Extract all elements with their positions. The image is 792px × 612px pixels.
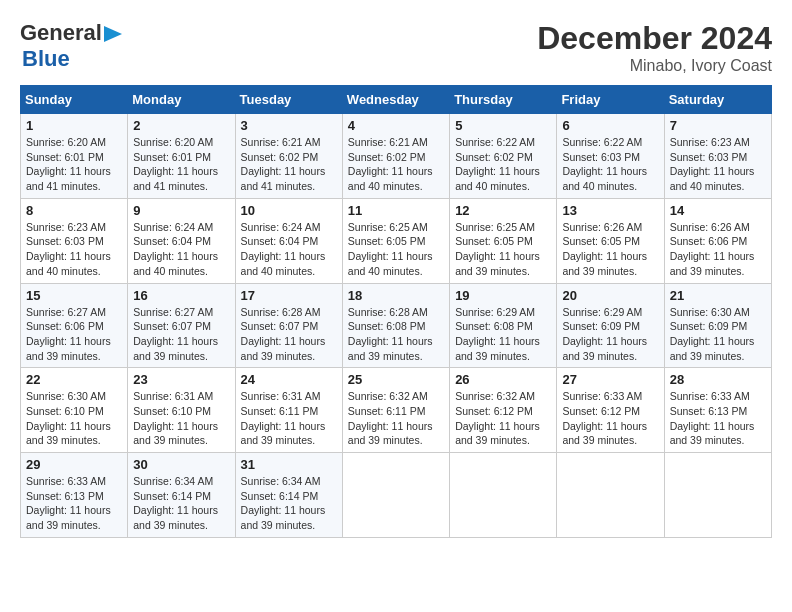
day-number: 28: [670, 372, 766, 387]
day-number: 16: [133, 288, 229, 303]
calendar-cell: 24 Sunrise: 6:31 AMSunset: 6:11 PMDaylig…: [235, 368, 342, 453]
calendar-cell: 25 Sunrise: 6:32 AMSunset: 6:11 PMDaylig…: [342, 368, 449, 453]
logo-blue: Blue: [22, 46, 70, 71]
cell-info: Sunrise: 6:32 AMSunset: 6:12 PMDaylight:…: [455, 390, 540, 446]
cell-info: Sunrise: 6:33 AMSunset: 6:13 PMDaylight:…: [26, 475, 111, 531]
cell-info: Sunrise: 6:28 AMSunset: 6:07 PMDaylight:…: [241, 306, 326, 362]
cell-info: Sunrise: 6:27 AMSunset: 6:06 PMDaylight:…: [26, 306, 111, 362]
cell-info: Sunrise: 6:21 AMSunset: 6:02 PMDaylight:…: [241, 136, 326, 192]
cell-info: Sunrise: 6:28 AMSunset: 6:08 PMDaylight:…: [348, 306, 433, 362]
calendar-cell: [342, 453, 449, 538]
weekday-header-sunday: Sunday: [21, 86, 128, 114]
cell-info: Sunrise: 6:30 AMSunset: 6:09 PMDaylight:…: [670, 306, 755, 362]
day-number: 23: [133, 372, 229, 387]
cell-info: Sunrise: 6:20 AMSunset: 6:01 PMDaylight:…: [26, 136, 111, 192]
day-number: 14: [670, 203, 766, 218]
cell-info: Sunrise: 6:25 AMSunset: 6:05 PMDaylight:…: [455, 221, 540, 277]
day-number: 7: [670, 118, 766, 133]
day-number: 4: [348, 118, 444, 133]
day-number: 6: [562, 118, 658, 133]
cell-info: Sunrise: 6:24 AMSunset: 6:04 PMDaylight:…: [133, 221, 218, 277]
calendar-cell: 5 Sunrise: 6:22 AMSunset: 6:02 PMDayligh…: [450, 114, 557, 199]
day-number: 17: [241, 288, 337, 303]
weekday-header-thursday: Thursday: [450, 86, 557, 114]
cell-info: Sunrise: 6:21 AMSunset: 6:02 PMDaylight:…: [348, 136, 433, 192]
day-number: 19: [455, 288, 551, 303]
calendar-cell: [664, 453, 771, 538]
calendar-cell: 20 Sunrise: 6:29 AMSunset: 6:09 PMDaylig…: [557, 283, 664, 368]
cell-info: Sunrise: 6:32 AMSunset: 6:11 PMDaylight:…: [348, 390, 433, 446]
day-number: 18: [348, 288, 444, 303]
calendar-cell: 3 Sunrise: 6:21 AMSunset: 6:02 PMDayligh…: [235, 114, 342, 199]
calendar-cell: 4 Sunrise: 6:21 AMSunset: 6:02 PMDayligh…: [342, 114, 449, 199]
cell-info: Sunrise: 6:29 AMSunset: 6:09 PMDaylight:…: [562, 306, 647, 362]
day-number: 11: [348, 203, 444, 218]
title-block: December 2024 Minabo, Ivory Coast: [537, 20, 772, 75]
day-number: 10: [241, 203, 337, 218]
day-number: 24: [241, 372, 337, 387]
logo: General Blue: [20, 20, 122, 72]
calendar-cell: 13 Sunrise: 6:26 AMSunset: 6:05 PMDaylig…: [557, 198, 664, 283]
calendar-cell: 12 Sunrise: 6:25 AMSunset: 6:05 PMDaylig…: [450, 198, 557, 283]
calendar-cell: 30 Sunrise: 6:34 AMSunset: 6:14 PMDaylig…: [128, 453, 235, 538]
calendar-cell: 6 Sunrise: 6:22 AMSunset: 6:03 PMDayligh…: [557, 114, 664, 199]
day-number: 30: [133, 457, 229, 472]
calendar-cell: 29 Sunrise: 6:33 AMSunset: 6:13 PMDaylig…: [21, 453, 128, 538]
day-number: 20: [562, 288, 658, 303]
cell-info: Sunrise: 6:33 AMSunset: 6:13 PMDaylight:…: [670, 390, 755, 446]
cell-info: Sunrise: 6:26 AMSunset: 6:06 PMDaylight:…: [670, 221, 755, 277]
logo-general: General: [20, 20, 102, 46]
calendar-cell: 23 Sunrise: 6:31 AMSunset: 6:10 PMDaylig…: [128, 368, 235, 453]
cell-info: Sunrise: 6:23 AMSunset: 6:03 PMDaylight:…: [670, 136, 755, 192]
weekday-header-monday: Monday: [128, 86, 235, 114]
calendar-cell: 31 Sunrise: 6:34 AMSunset: 6:14 PMDaylig…: [235, 453, 342, 538]
calendar-cell: 18 Sunrise: 6:28 AMSunset: 6:08 PMDaylig…: [342, 283, 449, 368]
cell-info: Sunrise: 6:33 AMSunset: 6:12 PMDaylight:…: [562, 390, 647, 446]
day-number: 12: [455, 203, 551, 218]
cell-info: Sunrise: 6:22 AMSunset: 6:02 PMDaylight:…: [455, 136, 540, 192]
calendar-cell: 28 Sunrise: 6:33 AMSunset: 6:13 PMDaylig…: [664, 368, 771, 453]
cell-info: Sunrise: 6:20 AMSunset: 6:01 PMDaylight:…: [133, 136, 218, 192]
day-number: 29: [26, 457, 122, 472]
calendar-cell: 22 Sunrise: 6:30 AMSunset: 6:10 PMDaylig…: [21, 368, 128, 453]
day-number: 25: [348, 372, 444, 387]
cell-info: Sunrise: 6:22 AMSunset: 6:03 PMDaylight:…: [562, 136, 647, 192]
calendar-cell: 11 Sunrise: 6:25 AMSunset: 6:05 PMDaylig…: [342, 198, 449, 283]
day-number: 5: [455, 118, 551, 133]
day-number: 3: [241, 118, 337, 133]
cell-info: Sunrise: 6:23 AMSunset: 6:03 PMDaylight:…: [26, 221, 111, 277]
cell-info: Sunrise: 6:29 AMSunset: 6:08 PMDaylight:…: [455, 306, 540, 362]
calendar-cell: 7 Sunrise: 6:23 AMSunset: 6:03 PMDayligh…: [664, 114, 771, 199]
calendar-cell: 15 Sunrise: 6:27 AMSunset: 6:06 PMDaylig…: [21, 283, 128, 368]
cell-info: Sunrise: 6:31 AMSunset: 6:11 PMDaylight:…: [241, 390, 326, 446]
calendar-cell: 27 Sunrise: 6:33 AMSunset: 6:12 PMDaylig…: [557, 368, 664, 453]
calendar-cell: 9 Sunrise: 6:24 AMSunset: 6:04 PMDayligh…: [128, 198, 235, 283]
page-title: December 2024: [537, 20, 772, 57]
day-number: 15: [26, 288, 122, 303]
calendar-cell: 17 Sunrise: 6:28 AMSunset: 6:07 PMDaylig…: [235, 283, 342, 368]
day-number: 13: [562, 203, 658, 218]
cell-info: Sunrise: 6:31 AMSunset: 6:10 PMDaylight:…: [133, 390, 218, 446]
calendar-table: SundayMondayTuesdayWednesdayThursdayFrid…: [20, 85, 772, 538]
day-number: 21: [670, 288, 766, 303]
day-number: 9: [133, 203, 229, 218]
page-header: General Blue December 2024 Minabo, Ivory…: [20, 20, 772, 75]
svg-marker-0: [104, 26, 122, 42]
cell-info: Sunrise: 6:25 AMSunset: 6:05 PMDaylight:…: [348, 221, 433, 277]
weekday-header-saturday: Saturday: [664, 86, 771, 114]
calendar-cell: [450, 453, 557, 538]
calendar-cell: [557, 453, 664, 538]
page-subtitle: Minabo, Ivory Coast: [537, 57, 772, 75]
cell-info: Sunrise: 6:34 AMSunset: 6:14 PMDaylight:…: [133, 475, 218, 531]
weekday-header-tuesday: Tuesday: [235, 86, 342, 114]
cell-info: Sunrise: 6:34 AMSunset: 6:14 PMDaylight:…: [241, 475, 326, 531]
weekday-header-friday: Friday: [557, 86, 664, 114]
calendar-cell: 1 Sunrise: 6:20 AMSunset: 6:01 PMDayligh…: [21, 114, 128, 199]
cell-info: Sunrise: 6:24 AMSunset: 6:04 PMDaylight:…: [241, 221, 326, 277]
calendar-cell: 26 Sunrise: 6:32 AMSunset: 6:12 PMDaylig…: [450, 368, 557, 453]
day-number: 1: [26, 118, 122, 133]
day-number: 27: [562, 372, 658, 387]
cell-info: Sunrise: 6:26 AMSunset: 6:05 PMDaylight:…: [562, 221, 647, 277]
day-number: 2: [133, 118, 229, 133]
calendar-cell: 16 Sunrise: 6:27 AMSunset: 6:07 PMDaylig…: [128, 283, 235, 368]
